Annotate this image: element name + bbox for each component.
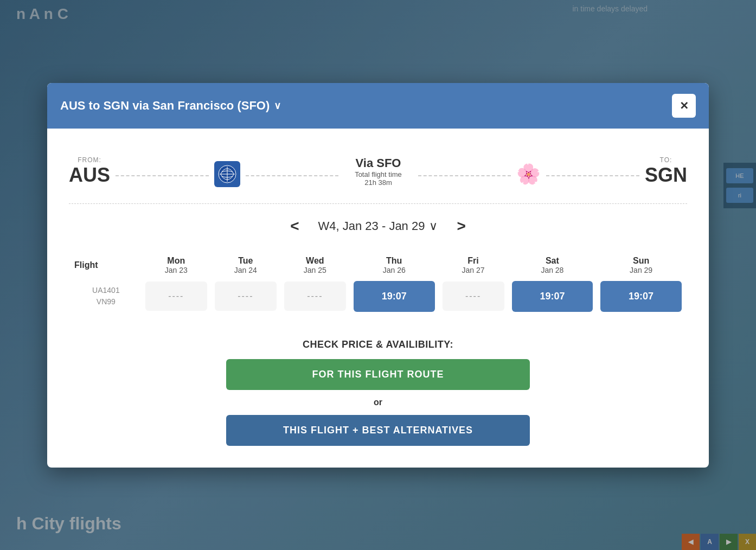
dash-right [546,175,639,176]
vietnam-airlines-lotus-icon: 🌸 [516,163,541,186]
cta-title: CHECK PRICE & AVAILIBILITY: [69,339,687,350]
modal-title-chevron: ∨ [274,100,281,112]
to-label: TO: [645,156,687,164]
schedule-cell: ---- [213,279,279,314]
dash-mid-left [246,175,339,176]
dash-mid-right [418,175,511,176]
day-mon: Mon [167,256,185,265]
date-tue: Jan 24 [215,266,277,274]
prev-week-button[interactable]: < [282,215,307,238]
col-fri: Fri Jan 27 [440,252,507,276]
route-to: TO: SGN [645,156,687,187]
modal-title: AUS to SGN via San Francisco (SFO) ∨ [60,99,281,113]
date-sat: Jan 28 [512,266,593,274]
time-cell[interactable]: 19:07 [600,281,682,312]
total-time-label: Total flight time [355,170,402,178]
day-sun: Sun [633,256,649,265]
check-price-alternatives-button[interactable]: THIS FLIGHT + BEST ALTERNATIVES [226,415,530,446]
check-price-route-button[interactable]: FOR THIS FLIGHT ROUTE [226,359,530,390]
date-thu: Jan 26 [354,266,435,274]
close-button[interactable]: ✕ [672,94,696,118]
day-thu: Thu [386,256,402,265]
col-sun: Sun Jan 29 [598,252,684,276]
week-label-text: W4, Jan 23 - Jan 29 [318,219,425,233]
week-chevron: ∨ [429,219,438,233]
col-mon: Mon Jan 23 [143,252,209,276]
date-fri: Jan 27 [443,266,504,274]
via-label: Via SFO [355,156,402,170]
col-thu: Thu Jan 26 [351,252,437,276]
modal-body: FROM: AUS [47,129,709,468]
modal-title-text: AUS to SGN via San Francisco (SFO) [60,99,270,113]
empty-time-cell: ---- [145,282,207,311]
col-wed: Wed Jan 25 [282,252,348,276]
next-week-button[interactable]: > [449,215,473,238]
day-wed: Wed [306,256,324,265]
from-code: AUS [69,164,110,187]
route-section: FROM: AUS [69,145,687,204]
schedule-cell[interactable]: 19:07 [351,279,437,314]
empty-time-cell: ---- [284,282,346,311]
date-sun: Jan 29 [600,266,682,274]
week-navigation: < W4, Jan 23 - Jan 29 ∨ > [69,204,687,248]
route-from: FROM: AUS [69,156,110,187]
schedule-cell: ---- [440,279,507,314]
date-wed: Jan 25 [284,266,346,274]
total-time-value: 21h 38m [355,178,402,187]
empty-time-cell: ---- [443,282,504,311]
flight-id-cell: UA1401VN99 [72,279,140,314]
cta-or-text: or [69,398,687,407]
day-fri: Fri [467,256,478,265]
day-sat: Sat [546,256,559,265]
modal-container: AUS to SGN via San Francisco (SFO) ∨ ✕ F… [47,83,709,468]
vietnam-airlines-icon-wrapper: 🌸 [516,157,541,186]
to-code: SGN [645,164,687,187]
schedule-table: Flight Mon Jan 23 Tue Jan 24 Wed Jan 25 [69,248,687,317]
schedule-cell: ---- [143,279,209,314]
col-sat: Sat Jan 28 [510,252,595,276]
cta-section: CHECK PRICE & AVAILIBILITY: FOR THIS FLI… [69,328,687,451]
united-airlines-icon [214,161,240,187]
week-label: W4, Jan 23 - Jan 29 ∨ [318,219,438,233]
route-center: Via SFO Total flight time 21h 38m [344,156,413,187]
dash-left [116,175,209,176]
modal-header: AUS to SGN via San Francisco (SFO) ∨ ✕ [47,83,709,129]
empty-time-cell: ---- [215,282,277,311]
schedule-cell: ---- [282,279,348,314]
time-cell[interactable]: 19:07 [512,281,593,312]
schedule-cell[interactable]: 19:07 [510,279,595,314]
day-tue: Tue [238,256,253,265]
schedule-cell[interactable]: 19:07 [598,279,684,314]
col-tue: Tue Jan 24 [213,252,279,276]
date-mon: Jan 23 [145,266,207,274]
flight-col-header: Flight [72,252,140,276]
flight-id-text: UA1401VN99 [74,285,138,308]
time-cell[interactable]: 19:07 [354,281,435,312]
modal-backdrop: AUS to SGN via San Francisco (SFO) ∨ ✕ F… [0,0,756,550]
from-label: FROM: [69,156,110,164]
airline-icon-wrapper [214,156,240,187]
